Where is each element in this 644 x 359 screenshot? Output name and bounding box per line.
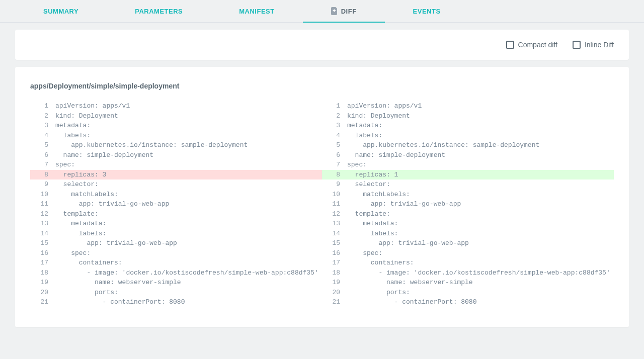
line-content: spec: bbox=[55, 160, 322, 170]
diff-line: 11 app: trivial-go-web-app bbox=[30, 199, 322, 209]
line-number: 15 bbox=[30, 238, 55, 248]
diff-title: apps/Deployment/simple/simple-deployment bbox=[30, 82, 614, 90]
line-number: 8 bbox=[30, 170, 55, 180]
line-number: 11 bbox=[30, 199, 55, 209]
diff-line: 8 replicas: 3 bbox=[30, 170, 322, 180]
diff-line: 2kind: Deployment bbox=[322, 111, 614, 121]
diff-line: 4 labels: bbox=[30, 131, 322, 141]
line-content: containers: bbox=[55, 258, 322, 268]
tab-parameters[interactable]: PARAMETERS bbox=[107, 0, 211, 22]
diff-line: 20 ports: bbox=[322, 288, 614, 298]
diff-line: 5 app.kubernetes.io/instance: sample-dep… bbox=[30, 140, 322, 150]
line-content: spec: bbox=[347, 248, 614, 258]
diff-line: 11 app: trivial-go-web-app bbox=[322, 199, 614, 209]
diff-line: 3metadata: bbox=[322, 121, 614, 131]
inline-diff-checkbox[interactable]: Inline Diff bbox=[573, 41, 614, 49]
line-number: 4 bbox=[322, 131, 347, 141]
line-content: metadata: bbox=[347, 121, 614, 131]
diff-right: 1apiVersion: apps/v12kind: Deployment3me… bbox=[322, 101, 614, 307]
line-content: metadata: bbox=[55, 219, 322, 229]
diff-line: 4 labels: bbox=[322, 131, 614, 141]
checkbox-label: Compact diff bbox=[518, 41, 557, 49]
line-number: 8 bbox=[322, 170, 347, 180]
diff-line: 9 selector: bbox=[322, 180, 614, 190]
tab-manifest[interactable]: MANIFEST bbox=[211, 0, 302, 22]
line-number: 12 bbox=[30, 209, 55, 219]
line-number: 19 bbox=[30, 278, 55, 288]
line-number: 1 bbox=[322, 101, 347, 111]
line-content: metadata: bbox=[55, 121, 322, 131]
line-content: matchLabels: bbox=[55, 190, 322, 200]
line-content: name: simple-deployment bbox=[347, 150, 614, 160]
diff-line: 12 template: bbox=[30, 209, 322, 219]
tab-summary[interactable]: SUMMARY bbox=[15, 0, 107, 22]
line-content: name: webserver-simple bbox=[55, 278, 322, 288]
line-content: replicas: 3 bbox=[55, 170, 322, 180]
checkbox-label: Inline Diff bbox=[585, 41, 614, 49]
line-number: 7 bbox=[30, 160, 55, 170]
file-icon bbox=[331, 7, 338, 15]
line-number: 3 bbox=[30, 121, 55, 131]
line-number: 21 bbox=[30, 297, 55, 307]
line-number: 13 bbox=[322, 219, 347, 229]
line-number: 18 bbox=[30, 268, 55, 278]
line-content: replicas: 1 bbox=[347, 170, 614, 180]
line-number: 18 bbox=[322, 268, 347, 278]
line-content: containers: bbox=[347, 258, 614, 268]
tab-label: MANIFEST bbox=[239, 8, 274, 15]
line-number: 14 bbox=[322, 229, 347, 239]
diff-line: 8 replicas: 1 bbox=[322, 170, 614, 180]
line-number: 9 bbox=[322, 180, 347, 190]
line-content: app: trivial-go-web-app bbox=[55, 238, 322, 248]
tab-diff[interactable]: DIFF bbox=[303, 0, 385, 22]
diff-line: 10 matchLabels: bbox=[30, 190, 322, 200]
diff-line: 5 app.kubernetes.io/instance: sample-dep… bbox=[322, 140, 614, 150]
line-number: 5 bbox=[30, 140, 55, 150]
line-number: 6 bbox=[30, 150, 55, 160]
line-number: 13 bbox=[30, 219, 55, 229]
tab-label: EVENTS bbox=[413, 8, 441, 15]
line-content: ports: bbox=[55, 288, 322, 298]
diff-line: 7spec: bbox=[30, 160, 322, 170]
line-content: kind: Deployment bbox=[55, 111, 322, 121]
line-number: 20 bbox=[30, 288, 55, 298]
line-content: spec: bbox=[347, 160, 614, 170]
line-number: 4 bbox=[30, 131, 55, 141]
tab-events[interactable]: EVENTS bbox=[385, 0, 469, 22]
diff-line: 19 name: webserver-simple bbox=[322, 278, 614, 288]
diff-line: 13 metadata: bbox=[322, 219, 614, 229]
diff-line: 18 - image: 'docker.io/kostiscodefresh/s… bbox=[30, 268, 322, 278]
line-content: name: webserver-simple bbox=[347, 278, 614, 288]
diff-line: 6 name: simple-deployment bbox=[30, 150, 322, 160]
diff-line: 2kind: Deployment bbox=[30, 111, 322, 121]
diff-line: 21 - containerPort: 8080 bbox=[30, 297, 322, 307]
line-number: 15 bbox=[322, 238, 347, 248]
diff-line: 1apiVersion: apps/v1 bbox=[322, 101, 614, 111]
tab-label: DIFF bbox=[341, 8, 357, 15]
line-content: app: trivial-go-web-app bbox=[347, 238, 614, 248]
line-number: 12 bbox=[322, 209, 347, 219]
line-number: 17 bbox=[322, 258, 347, 268]
line-content: ports: bbox=[347, 288, 614, 298]
tab-label: SUMMARY bbox=[43, 8, 78, 15]
line-content: name: simple-deployment bbox=[55, 150, 322, 160]
diff-line: 21 - containerPort: 8080 bbox=[322, 297, 614, 307]
line-number: 6 bbox=[322, 150, 347, 160]
line-content: spec: bbox=[55, 248, 322, 258]
line-number: 2 bbox=[322, 111, 347, 121]
diff-line: 6 name: simple-deployment bbox=[322, 150, 614, 160]
line-number: 11 bbox=[322, 199, 347, 209]
tabs-bar: SUMMARY PARAMETERS MANIFEST DIFF EVENTS bbox=[0, 0, 644, 23]
compact-diff-checkbox[interactable]: Compact diff bbox=[506, 41, 557, 49]
diff-line: 7spec: bbox=[322, 160, 614, 170]
line-content: app: trivial-go-web-app bbox=[347, 199, 614, 209]
diff-line: 10 matchLabels: bbox=[322, 190, 614, 200]
diff-line: 3metadata: bbox=[30, 121, 322, 131]
line-number: 2 bbox=[30, 111, 55, 121]
diff-line: 13 metadata: bbox=[30, 219, 322, 229]
line-number: 10 bbox=[30, 190, 55, 200]
diff-line: 15 app: trivial-go-web-app bbox=[322, 238, 614, 248]
line-content: app.kubernetes.io/instance: sample-deplo… bbox=[55, 140, 322, 150]
line-content: selector: bbox=[55, 180, 322, 190]
line-content: template: bbox=[55, 209, 322, 219]
